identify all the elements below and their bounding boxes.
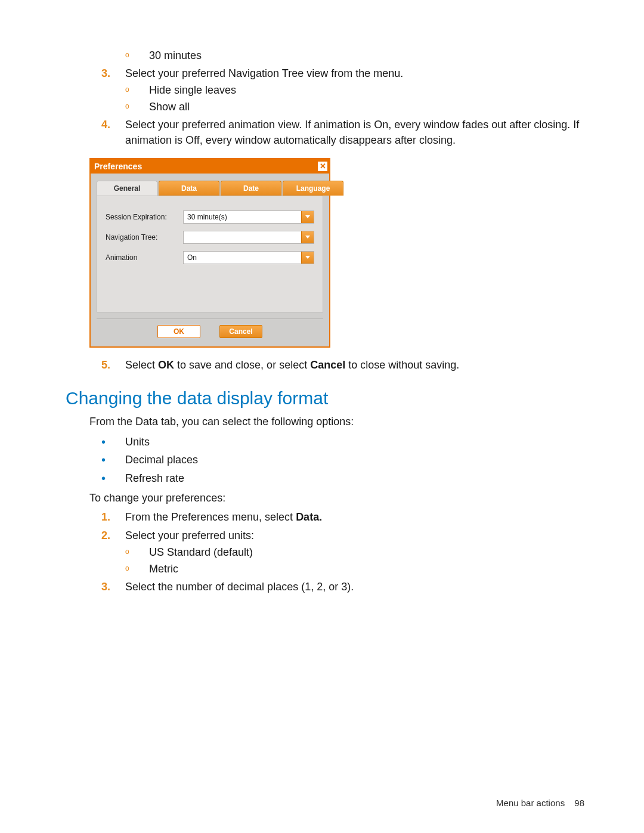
step-3: 3. Select the number of decimal places (… (66, 579, 584, 594)
text-fragment: to close without saving. (345, 359, 459, 371)
text-fragment: Select (125, 359, 158, 371)
list-number: 3. (101, 66, 110, 81)
sub-item: Show all (125, 99, 584, 114)
tab-general[interactable]: General (97, 181, 157, 196)
dialog-titlebar: Preferences ✕ (91, 159, 329, 174)
bullet-item: Decimal places (66, 451, 584, 469)
list-text: Select your preferred units: (125, 529, 254, 541)
cancel-button[interactable]: Cancel (219, 325, 262, 338)
step-2: 2. Select your preferred units: US Stand… (66, 528, 584, 577)
bold-cancel: Cancel (310, 359, 345, 371)
section-heading: Changing the data display format (66, 388, 584, 408)
dialog-button-row: OK Cancel (97, 318, 323, 346)
sub-item: US Standard (default) (125, 544, 584, 560)
list-text: Select your preferred Navigation Tree vi… (125, 67, 403, 79)
tab-language[interactable]: Language (283, 181, 343, 196)
sub-list: US Standard (default) Metric (125, 544, 584, 577)
list-number: 2. (101, 528, 110, 543)
list-number: 5. (101, 357, 110, 373)
document-page: 30 minutes 3. Select your preferred Navi… (0, 0, 644, 833)
close-icon[interactable]: ✕ (317, 161, 328, 172)
ordered-list-top-cont: 5. Select OK to save and close, or selec… (66, 357, 584, 373)
tab-date[interactable]: Date (221, 181, 281, 196)
chevron-down-icon[interactable] (301, 231, 314, 243)
page-footer: Menu bar actions 98 (496, 798, 584, 808)
bullet-list-options: Units Decimal places Refresh rate (66, 433, 584, 488)
list-item-continuation: 30 minutes (66, 48, 584, 63)
field-animation: Animation On (106, 251, 314, 264)
list-item-4: 4. Select your preferred animation view.… (66, 117, 584, 148)
navigation-tree-dropdown[interactable] (183, 231, 314, 244)
field-session-expiration: Session Expiration: 30 minute(s) (106, 210, 314, 224)
footer-section-label: Menu bar actions (496, 798, 565, 808)
ordered-list-top: 30 minutes 3. Select your preferred Navi… (66, 48, 584, 148)
bullet-item: Units (66, 433, 584, 451)
field-navigation-tree: Navigation Tree: (106, 231, 314, 244)
bold-data: Data. (296, 511, 322, 523)
list-number: 3. (101, 579, 110, 594)
dialog-title: Preferences (94, 162, 142, 171)
bullet-item: Refresh rate (66, 469, 584, 488)
bold-ok: OK (158, 359, 174, 371)
sub-item: Metric (125, 561, 584, 577)
list-number: 1. (101, 509, 110, 525)
list-item-3: 3. Select your preferred Navigation Tree… (66, 66, 584, 114)
session-expiration-dropdown[interactable]: 30 minute(s) (183, 210, 314, 224)
field-label: Animation (106, 253, 183, 262)
field-label: Navigation Tree: (106, 233, 183, 241)
sub-list: 30 minutes (125, 48, 584, 63)
tab-row: General Data Date Language (91, 174, 329, 196)
field-label: Session Expiration: (106, 213, 183, 221)
change-intro: To change your preferences: (66, 492, 584, 504)
page-number: 98 (574, 798, 584, 808)
sub-item: 30 minutes (125, 48, 584, 63)
section-intro: From the Data tab, you can select the fo… (66, 416, 584, 428)
list-text: Select the number of decimal places (1, … (125, 581, 354, 593)
sub-list: Hide single leaves Show all (125, 82, 584, 114)
chevron-down-icon[interactable] (301, 252, 314, 264)
preferences-dialog: Preferences ✕ General Data Date Language… (89, 158, 330, 348)
tab-data[interactable]: Data (159, 181, 219, 196)
sub-item: Hide single leaves (125, 82, 584, 98)
ok-button[interactable]: OK (157, 325, 200, 338)
text-fragment: to save and close, or select (174, 359, 310, 371)
chevron-down-icon[interactable] (301, 211, 314, 223)
dropdown-value: On (184, 253, 200, 262)
list-text: Select your preferred animation view. If… (125, 119, 579, 146)
step-1: 1. From the Preferences menu, select Dat… (66, 509, 584, 525)
list-number: 4. (101, 117, 110, 132)
list-text: From the Preferences menu, select Data. (125, 511, 322, 523)
ordered-list-steps: 1. From the Preferences menu, select Dat… (66, 509, 584, 594)
animation-dropdown[interactable]: On (183, 251, 314, 264)
preferences-screenshot: Preferences ✕ General Data Date Language… (89, 158, 584, 348)
list-item-5: 5. Select OK to save and close, or selec… (66, 357, 584, 373)
list-text: Select OK to save and close, or select C… (125, 359, 459, 371)
tab-body-general: Session Expiration: 30 minute(s) Navigat… (97, 196, 323, 312)
text-fragment: From the Preferences menu, select (125, 511, 296, 523)
dropdown-value: 30 minute(s) (184, 213, 231, 221)
